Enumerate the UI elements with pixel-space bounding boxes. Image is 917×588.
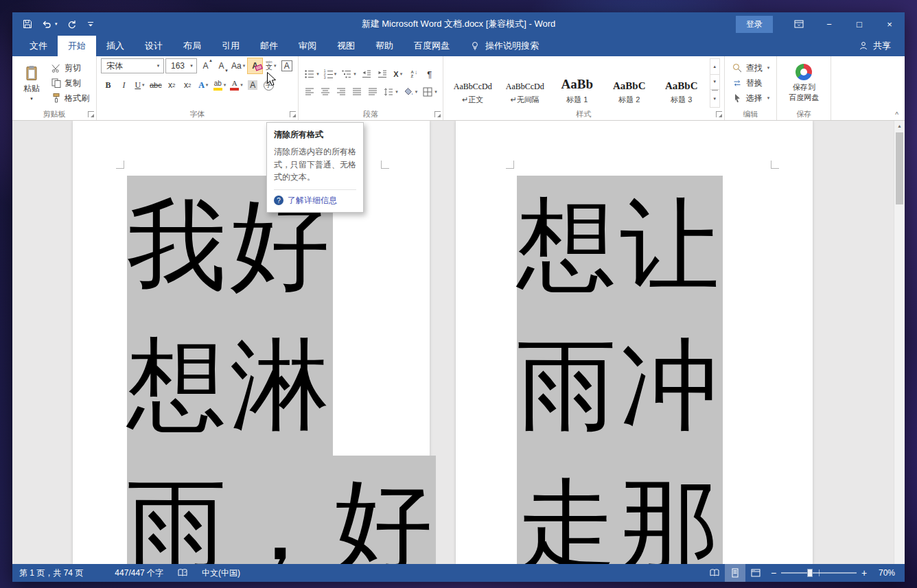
- tab-file[interactable]: 文件: [19, 36, 58, 56]
- font-name-dropdown[interactable]: ▾: [153, 59, 163, 73]
- shading-button[interactable]: [402, 85, 419, 99]
- share-button[interactable]: 共享: [844, 36, 905, 56]
- scroll-up-arrow[interactable]: ▲: [894, 121, 905, 131]
- zoom-out-button[interactable]: −: [766, 564, 781, 582]
- font-size-combo[interactable]: 163 ▾: [165, 58, 197, 73]
- font-size-dropdown[interactable]: ▾: [187, 59, 196, 73]
- language-indicator[interactable]: 中文(中国): [195, 564, 247, 582]
- proofing-status[interactable]: [170, 564, 195, 582]
- grow-font-button[interactable]: A▲: [198, 58, 213, 73]
- ribbon-display-options-button[interactable]: [784, 12, 814, 36]
- save-button[interactable]: [22, 19, 33, 30]
- word-count[interactable]: 447/447 个字: [108, 564, 170, 582]
- strikethrough-button[interactable]: abc: [148, 78, 163, 93]
- phonetic-guide-button[interactable]: 文wén: [264, 58, 278, 73]
- paragraph-dialog-launcher[interactable]: [434, 111, 441, 117]
- undo-button[interactable]: [41, 19, 58, 30]
- document-text-line[interactable]: 雨冲: [517, 316, 723, 456]
- style-no-spacing[interactable]: AaBbCcDd ↵无间隔: [500, 58, 550, 108]
- document-text-line[interactable]: 想淋: [127, 316, 333, 456]
- align-center-button[interactable]: [318, 85, 332, 99]
- replace-button[interactable]: 替换: [729, 76, 773, 90]
- line-spacing-button[interactable]: [382, 85, 399, 99]
- style-heading-2[interactable]: AaBbC 标题 2: [604, 58, 655, 108]
- cut-button[interactable]: 剪切: [48, 61, 92, 75]
- align-right-button[interactable]: [334, 85, 348, 99]
- paste-dropdown-caret[interactable]: ▾: [30, 96, 33, 102]
- subscript-button[interactable]: x2: [165, 78, 179, 93]
- zoom-in-button[interactable]: +: [857, 564, 872, 582]
- document-text-line[interactable]: 走那: [517, 456, 723, 564]
- tab-review[interactable]: 审阅: [288, 36, 327, 56]
- align-left-button[interactable]: [303, 85, 316, 99]
- change-case-button[interactable]: Aa: [230, 58, 246, 73]
- print-layout-button[interactable]: [725, 564, 745, 582]
- tab-design[interactable]: 设计: [135, 36, 173, 56]
- scrollbar-thumb[interactable]: [896, 132, 903, 204]
- bullets-button[interactable]: [303, 67, 321, 81]
- justify-button[interactable]: [350, 85, 364, 99]
- highlight-color-button[interactable]: ab: [212, 78, 228, 93]
- maximize-button[interactable]: □: [844, 12, 874, 36]
- copy-button[interactable]: 复制: [48, 76, 92, 90]
- tab-mailings[interactable]: 邮件: [250, 36, 288, 56]
- superscript-button[interactable]: x2: [181, 78, 195, 93]
- style-heading-1[interactable]: AaBb 标题 1: [552, 58, 603, 108]
- sort-button[interactable]: AZ↓: [407, 67, 421, 81]
- close-button[interactable]: ×: [874, 12, 905, 36]
- numbering-button[interactable]: 123: [323, 67, 338, 81]
- style-normal[interactable]: AaBbCcDd ↵正文: [448, 58, 498, 108]
- font-name-combo[interactable]: 宋体 ▾: [101, 58, 164, 73]
- paste-button[interactable]: 粘贴 ▾: [16, 58, 47, 108]
- tab-baidu-netdisk[interactable]: 百度网盘: [404, 36, 460, 56]
- font-color-button[interactable]: A: [229, 78, 244, 93]
- find-button[interactable]: 查找: [729, 61, 773, 75]
- zoom-slider-thumb[interactable]: [807, 569, 813, 577]
- tab-references[interactable]: 引用: [211, 36, 250, 56]
- tooltip-learn-more-link[interactable]: ? 了解详细信息: [274, 195, 356, 207]
- login-button[interactable]: 登录: [736, 16, 773, 33]
- asian-layout-button[interactable]: X: [391, 67, 405, 81]
- underline-button[interactable]: U: [132, 78, 147, 93]
- tab-insert[interactable]: 插入: [96, 36, 135, 56]
- clipboard-dialog-launcher[interactable]: [88, 111, 94, 117]
- redo-button[interactable]: [66, 19, 77, 30]
- tell-me-search[interactable]: 操作说明搜索: [460, 36, 548, 56]
- character-shading-button[interactable]: A: [246, 78, 260, 93]
- distributed-button[interactable]: [366, 85, 380, 99]
- show-marks-button[interactable]: ¶: [423, 67, 437, 81]
- clear-formatting-button[interactable]: A: [248, 58, 262, 73]
- tab-view[interactable]: 视图: [327, 36, 365, 56]
- document-text-line[interactable]: 雨，好: [127, 456, 436, 564]
- web-layout-button[interactable]: [745, 564, 766, 582]
- document-text-line[interactable]: 想让: [517, 176, 723, 316]
- vertical-scrollbar[interactable]: ▲: [894, 121, 905, 564]
- styles-scroll-down-button[interactable]: ▼: [710, 75, 719, 91]
- bold-button[interactable]: B: [101, 78, 115, 93]
- borders-button[interactable]: [421, 85, 439, 99]
- select-button[interactable]: 选择: [729, 91, 773, 105]
- styles-gallery-more-button[interactable]: ▼: [712, 90, 718, 107]
- style-heading-3[interactable]: AaBbC 标题 3: [656, 58, 707, 108]
- tab-help[interactable]: 帮助: [365, 36, 404, 56]
- styles-scroll-up-button[interactable]: ▲: [710, 59, 719, 75]
- increase-indent-button[interactable]: [375, 67, 389, 81]
- italic-button[interactable]: I: [117, 78, 131, 93]
- collapse-ribbon-button[interactable]: ^: [895, 111, 898, 119]
- multilevel-list-button[interactable]: [340, 67, 358, 81]
- font-dialog-launcher[interactable]: [290, 111, 296, 117]
- zoom-slider[interactable]: [781, 564, 857, 582]
- zoom-level[interactable]: 70%: [872, 568, 905, 578]
- save-to-baidu-button[interactable]: 保存到 百度网盘: [781, 58, 826, 108]
- text-effects-button[interactable]: A: [196, 78, 211, 93]
- minimize-button[interactable]: −: [814, 12, 844, 36]
- read-mode-button[interactable]: [704, 564, 725, 582]
- styles-dialog-launcher[interactable]: [716, 111, 722, 117]
- customize-qat-button[interactable]: [85, 19, 96, 30]
- enclose-characters-button[interactable]: 字: [262, 78, 276, 93]
- page-indicator[interactable]: 第 1 页，共 74 页: [12, 564, 90, 582]
- character-border-button[interactable]: A: [279, 58, 294, 73]
- tab-layout[interactable]: 布局: [173, 36, 211, 56]
- decrease-indent-button[interactable]: [360, 67, 373, 81]
- document-area[interactable]: 我好 想淋 雨，好 想让 雨冲 走那 ▲: [12, 121, 905, 564]
